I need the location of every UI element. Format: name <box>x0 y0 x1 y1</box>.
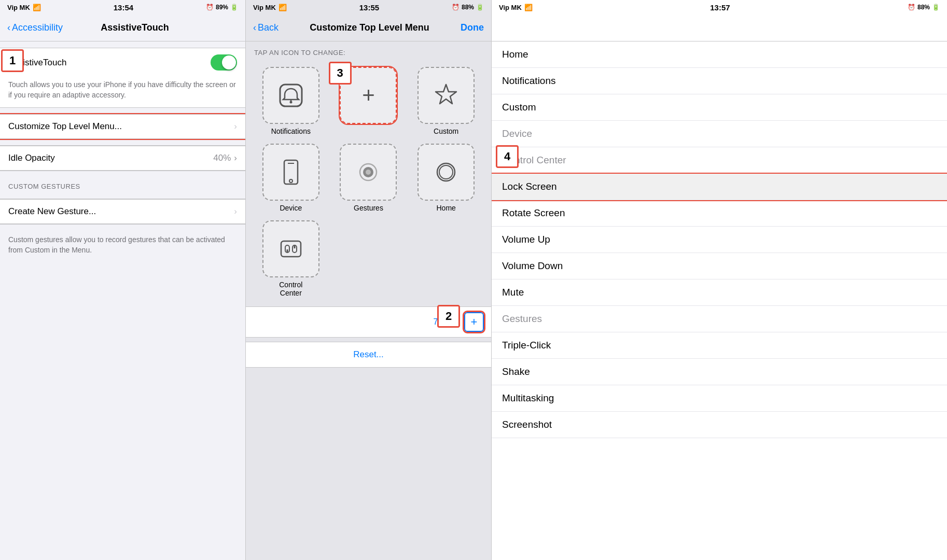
assistivetouch-toggle-row: AssistiveTouch <box>0 48 245 77</box>
reset-bar[interactable]: Reset... <box>246 342 491 368</box>
icon-label-control: Control Center <box>279 281 302 297</box>
menu-item-custom[interactable]: Custom <box>492 94 947 121</box>
icon-box-custom[interactable] <box>417 67 475 124</box>
p1-content: 1 AssistiveTouch Touch allows you to use… <box>0 41 245 560</box>
status-right-3: ⏰ 88% 🔋 <box>908 4 940 11</box>
add-icon-button[interactable]: + <box>464 312 484 332</box>
menu-item-gestures[interactable]: Gestures <box>492 306 947 332</box>
idle-opacity-value-wrapper: 40% › <box>213 153 237 163</box>
chevron-left-icon-2: ‹ <box>253 22 256 33</box>
icon-box-control[interactable] <box>262 220 319 277</box>
icon-cell-control[interactable]: Control Center <box>256 220 326 297</box>
chevron-right-icon-customize: › <box>234 121 237 132</box>
reset-label: Reset... <box>353 349 384 360</box>
alarm-icon-1: ⏰ <box>206 4 214 11</box>
icon-grid: Notifications 3 + Cus <box>246 62 491 302</box>
status-right-1: ⏰ 89% 🔋 <box>206 4 238 11</box>
menu-item-device[interactable]: Device <box>492 121 947 147</box>
svg-point-5 <box>289 179 293 183</box>
menu-item-screenshot-label: Screenshot <box>502 419 552 430</box>
done-button[interactable]: Done <box>461 22 484 33</box>
custom-gestures-group: Create New Gesture... › <box>0 199 245 225</box>
alarm-icon-2: ⏰ <box>452 4 459 11</box>
menu-item-gestures-label: Gestures <box>502 313 542 324</box>
menu-item-home-label: Home <box>502 49 528 60</box>
back-button-2[interactable]: ‹ Back <box>253 22 278 33</box>
menu-item-triple-click[interactable]: Triple-Click <box>492 332 947 359</box>
svg-rect-10 <box>437 163 455 181</box>
status-carrier-3: Vip MK 📶 <box>499 4 533 11</box>
icon-cell-gestures[interactable]: Gestures <box>334 144 403 212</box>
annotation-badge-1: 1 <box>1 49 24 72</box>
device-icon <box>276 157 306 187</box>
nav-bar-2: ‹ Back Customize Top Level Menu Done <box>246 15 491 41</box>
menu-item-lock-screen[interactable]: Lock Screen <box>492 174 947 200</box>
icon-label-home: Home <box>436 204 455 212</box>
bottom-bar: 7 Icons 2 + <box>246 306 491 338</box>
plus-icon: + <box>362 83 375 108</box>
menu-item-custom-label: Custom <box>502 102 536 113</box>
svg-rect-12 <box>281 241 301 257</box>
menu-item-shake-label: Shake <box>502 366 530 377</box>
menu-item-volume-up[interactable]: Volume Up <box>492 227 947 253</box>
status-time-1: 13:54 <box>114 3 133 12</box>
menu-item-triple-click-label: Triple-Click <box>502 340 551 351</box>
icon-cell-home[interactable]: Home <box>411 144 481 212</box>
create-gesture-label: Create New Gesture... <box>8 206 96 217</box>
status-time-3: 13:57 <box>710 3 730 12</box>
battery-2: 88% <box>462 4 474 11</box>
icon-box-gestures[interactable] <box>340 144 397 201</box>
toggle-row-wrapper: 1 AssistiveTouch Touch allows you to use… <box>0 48 245 107</box>
customize-menu-row[interactable]: Customize Top Level Menu... › <box>0 114 245 139</box>
back-button-1[interactable]: ‹ Accessibility <box>7 22 63 33</box>
status-carrier-2: Vip MK 📶 <box>253 4 287 11</box>
icon-box-device[interactable] <box>262 144 319 201</box>
svg-marker-3 <box>436 85 456 104</box>
customize-menu-label: Customize Top Level Menu... <box>8 121 122 132</box>
menu-item-lock-screen-label: Lock Screen <box>502 181 557 192</box>
battery-1: 89% <box>216 4 228 11</box>
icon-box-home[interactable] <box>417 144 475 201</box>
idle-opacity-row[interactable]: Idle Opacity 40% › <box>0 146 245 171</box>
create-gesture-row[interactable]: Create New Gesture... › <box>0 199 245 224</box>
home-icon <box>431 157 461 187</box>
menu-item-mute[interactable]: Mute <box>492 279 947 306</box>
menu-item-control-center[interactable]: Control Center <box>492 147 947 174</box>
gesture-description: Custom gestures allow you to record gest… <box>0 231 245 259</box>
menu-item-device-label: Device <box>502 128 532 139</box>
menu-item-volume-down[interactable]: Volume Down <box>492 253 947 279</box>
alarm-icon-3: ⏰ <box>908 4 915 11</box>
icon-label-custom: Custom <box>434 127 458 135</box>
icon-cell-custom[interactable]: Custom <box>411 67 481 135</box>
menu-item-notifications-label: Notifications <box>502 75 556 86</box>
icon-cell-notifications[interactable]: Notifications <box>256 67 326 135</box>
svg-point-9 <box>366 170 371 175</box>
battery-3: 88% <box>917 4 930 11</box>
menu-item-notifications[interactable]: Notifications <box>492 68 947 94</box>
status-time-2: 13:55 <box>359 3 379 12</box>
icon-cell-plus[interactable]: 3 + <box>334 67 403 135</box>
menu-item-multitasking[interactable]: Multitasking <box>492 385 947 412</box>
wifi-icon-2: 📶 <box>278 4 287 11</box>
nav-bar-1: ‹ Accessibility AssistiveTouch <box>0 15 245 41</box>
status-bar-1: Vip MK 📶 13:54 ⏰ 89% 🔋 <box>0 0 245 15</box>
status-bar-2: Vip MK 📶 13:55 ⏰ 88% 🔋 <box>246 0 491 15</box>
icon-box-notifications[interactable] <box>262 67 319 124</box>
idle-opacity-label: Idle Opacity <box>8 153 55 163</box>
menu-item-volume-down-label: Volume Down <box>502 260 563 271</box>
menu-item-rotate-screen[interactable]: Rotate Screen <box>492 200 947 227</box>
star-icon <box>431 80 461 110</box>
back-label-2: Back <box>258 22 278 33</box>
menu-item-mute-label: Mute <box>502 287 524 298</box>
assistivetouch-toggle-switch[interactable] <box>211 54 237 71</box>
icon-label-gestures: Gestures <box>354 204 383 212</box>
icon-cell-device[interactable]: Device <box>256 144 326 212</box>
status-bar-3: Vip MK 📶 13:57 ⏰ 88% 🔋 <box>492 0 947 15</box>
carrier-name-1: Vip MK <box>7 4 30 11</box>
chevron-left-icon-1: ‹ <box>7 22 10 33</box>
annotation-badge-2: 2 <box>437 305 460 328</box>
menu-item-home[interactable]: Home <box>492 41 947 68</box>
menu-item-shake[interactable]: Shake <box>492 359 947 385</box>
menu-item-screenshot[interactable]: Screenshot <box>492 412 947 438</box>
menu-item-rotate-screen-label: Rotate Screen <box>502 207 565 218</box>
